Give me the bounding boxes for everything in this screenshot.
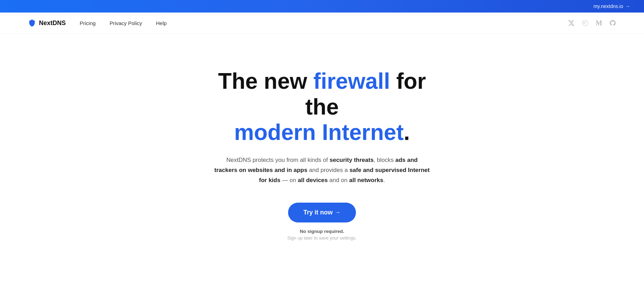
top-banner: my.nextdns.io → [0,0,644,13]
try-it-now-button[interactable]: Try it now → [288,203,356,222]
try-btn-text: Try it now → [303,209,341,216]
logo[interactable]: NextDNS [28,19,66,27]
my-nextdns-text: my.nextdns.io [594,3,623,9]
nav-pricing[interactable]: Pricing [80,20,96,26]
hero-description: NextDNS protects you from all kinds of s… [214,155,430,186]
hero-title-highlight: firewall [313,69,390,94]
reddit-icon[interactable]: r/ [582,19,589,26]
hero-title-part1: The new [218,69,313,94]
logo-shield-icon [28,19,36,27]
navbar: NextDNS Pricing Privacy Policy Help r/ M [0,13,644,34]
hero-title-line2: modern Internet [234,120,404,145]
nav-privacy-policy[interactable]: Privacy Policy [110,20,142,26]
hero-title-period: . [404,120,410,145]
svg-text:r/: r/ [583,21,586,25]
my-nextdns-link[interactable]: my.nextdns.io → [594,3,630,9]
navbar-right: r/ M [568,19,616,27]
medium-icon[interactable]: M [596,19,602,27]
navbar-left: NextDNS Pricing Privacy Policy Help [28,19,167,27]
signup-sub-text: Sign up later to save your settings. [287,235,357,241]
hero-section: The new firewall for the modern Internet… [0,34,644,268]
twitter-icon[interactable] [568,19,575,26]
nav-help[interactable]: Help [156,20,167,26]
logo-text: NextDNS [39,19,66,27]
banner-arrow: → [625,3,630,9]
github-icon[interactable] [609,19,616,26]
no-signup-text: No signup required. [300,229,344,234]
hero-title: The new firewall for the modern Internet… [200,69,444,146]
